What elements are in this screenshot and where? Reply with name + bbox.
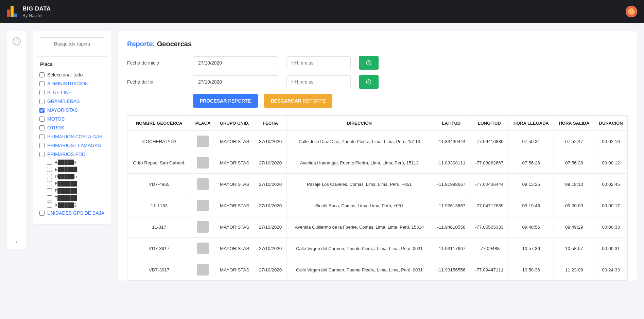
checkbox[interactable]: [39, 99, 45, 104]
start-date-input[interactable]: [193, 56, 278, 69]
col-longitud: LONGITUD: [470, 116, 508, 131]
col-nombre: NOMBRE GEOCERCA: [127, 116, 191, 131]
start-time-input[interactable]: [286, 56, 351, 69]
cell: -11.91998667: [432, 174, 470, 195]
cell: 00:00:17: [594, 195, 628, 216]
checkbox[interactable]: [39, 81, 45, 86]
sidebar-group-label: BLUE LINE: [47, 90, 72, 95]
cell: -11.94610556: [432, 216, 470, 238]
checkbox[interactable]: [47, 160, 52, 165]
btn-bold: PROCESAR: [200, 98, 227, 104]
placa-placeholder: [197, 264, 209, 276]
checkbox[interactable]: [47, 174, 52, 179]
sidebar-sub-item[interactable]: X█████3: [46, 201, 105, 209]
cell: 27/10/2020: [254, 152, 286, 174]
checkbox[interactable]: [47, 195, 52, 200]
checkbox[interactable]: [39, 125, 45, 130]
cell: 00:02:16: [594, 131, 628, 152]
cell: 11-317: [127, 216, 191, 238]
cell: Calle Virgen del Carmen, Puente Piedra, …: [286, 238, 432, 259]
cell: 09:48:56: [508, 216, 554, 238]
cell: 00:02:45: [594, 174, 628, 195]
sidebar-group-primarios-pdd[interactable]: PRIMARIOS PDD: [39, 150, 105, 159]
sidebar-group-graneleras[interactable]: GRANELERAS: [39, 97, 105, 106]
btn-rest: REPORTE: [228, 98, 251, 104]
search-input[interactable]: [39, 37, 105, 50]
topbar: BIG DATA By Navitel: [0, 0, 644, 23]
cell: Calle Virgen del Carmen, Puente Piedra, …: [286, 259, 432, 281]
sidebar-group-label: PRIMARIOS COSTA GAS: [47, 134, 102, 139]
sidebar-group-primarios-costa-gas[interactable]: PRIMARIOS COSTA GAS: [39, 132, 105, 141]
sidebar-sub-item[interactable]: E██████: [46, 166, 105, 173]
checkbox[interactable]: [47, 167, 52, 172]
cell: 10:57:36: [508, 238, 554, 259]
clock-icon: [366, 79, 372, 85]
placa-placeholder: [197, 221, 209, 233]
placa-cell: [191, 216, 215, 238]
checkbox[interactable]: [47, 202, 52, 208]
sidebar-sub-item[interactable]: D█████5: [46, 173, 105, 180]
checkbox[interactable]: [39, 117, 45, 122]
sidebar-group-label: Seleccionar todo: [47, 72, 83, 77]
rail-expand-icon[interactable]: ›: [16, 238, 17, 245]
report-table-wrap: NOMBRE GEOCERCA PLACA GRUPO UNID. FECHA …: [127, 115, 628, 281]
cell: 11:23:09: [554, 259, 594, 281]
col-direccion: DIRECCIÓN: [286, 116, 432, 131]
end-time-set-button[interactable]: [359, 75, 379, 89]
placa-placeholder: [197, 178, 209, 190]
cell: VD7-3917: [127, 259, 191, 281]
sidebar-sub-item[interactable]: T██████: [46, 194, 105, 201]
start-time-set-button[interactable]: [359, 56, 379, 70]
cell: 27/10/2020: [254, 174, 286, 195]
sidebar-group-primarios-llamagas[interactable]: PRIMARIOS LLAMAGAS: [39, 141, 105, 150]
table-row: VD7-4865MAYORISTAS27/10/2020Pasaje Los C…: [127, 174, 628, 195]
sidebar-group-motos[interactable]: MOTOS: [39, 114, 105, 123]
cell: Calle Julio Diaz Diaz, Puente Piedra, Li…: [286, 131, 432, 152]
sidebar-sub-item[interactable]: F██████: [46, 187, 105, 194]
brand-block: BIG DATA By Navitel: [7, 5, 51, 18]
sidebar-group-mayoristas[interactable]: MAYORISTAS: [39, 106, 105, 114]
cell: 10:58:36: [508, 259, 554, 281]
process-report-button[interactable]: PROCESAR REPORTE: [193, 94, 258, 108]
cell: 07:56:38: [554, 152, 594, 174]
sidebar-group-blue-line[interactable]: BLUE LINE: [39, 88, 105, 97]
divider: [37, 56, 107, 57]
cell: 00:24:33: [594, 259, 628, 281]
end-date-input[interactable]: [193, 75, 278, 88]
checkbox[interactable]: [47, 188, 52, 193]
cell: -77.09488: [470, 238, 508, 259]
col-fecha: FECHA: [254, 116, 286, 131]
checkbox[interactable]: [47, 181, 52, 186]
sidebar-sub-item-label: T██████: [55, 195, 77, 200]
cell: Grifo Repsol San Gabriel.: [127, 152, 191, 174]
sidebar-sub-item[interactable]: A█████4: [46, 159, 105, 166]
sidebar-group-seleccionar-todo[interactable]: Seleccionar todo: [39, 70, 105, 79]
end-time-input[interactable]: [286, 75, 351, 88]
sidebar-group-otros[interactable]: OTROS: [39, 123, 105, 132]
placa-cell: [191, 152, 215, 174]
report-table: NOMBRE GEOCERCA PLACA GRUPO UNID. FECHA …: [127, 116, 628, 281]
col-latitud: LATITUD: [432, 116, 470, 131]
placa-placeholder: [197, 157, 209, 169]
sidebar-group-administracion[interactable]: ADMINISTRACION: [39, 79, 105, 88]
title-prefix: Reporte:: [127, 40, 155, 48]
placa-cell: [191, 259, 215, 281]
checkbox[interactable]: [39, 152, 45, 157]
cell: 27/10/2020: [254, 259, 286, 281]
checkbox[interactable]: [39, 211, 45, 216]
checkbox[interactable]: [39, 90, 45, 95]
cell: 07:56:26: [508, 152, 554, 174]
checkbox[interactable]: [39, 72, 45, 77]
sidebar-sub-item-label: F██████: [55, 181, 77, 186]
cell: 27/10/2020: [254, 216, 286, 238]
checkbox[interactable]: [39, 108, 45, 113]
placa-placeholder: [197, 136, 209, 147]
avatar[interactable]: [626, 6, 637, 17]
checkbox[interactable]: [39, 134, 45, 139]
sidebar-group-unidades-gps-de-baja[interactable]: UNIDADES GPS DE BAJA: [39, 209, 105, 217]
cell: 09:49:29: [554, 216, 594, 238]
sidebar-sub-item[interactable]: F██████: [46, 180, 105, 187]
download-report-button[interactable]: DESCARGAR REPORTE: [264, 94, 333, 108]
dashboard-icon[interactable]: [13, 37, 21, 46]
checkbox[interactable]: [39, 143, 45, 148]
